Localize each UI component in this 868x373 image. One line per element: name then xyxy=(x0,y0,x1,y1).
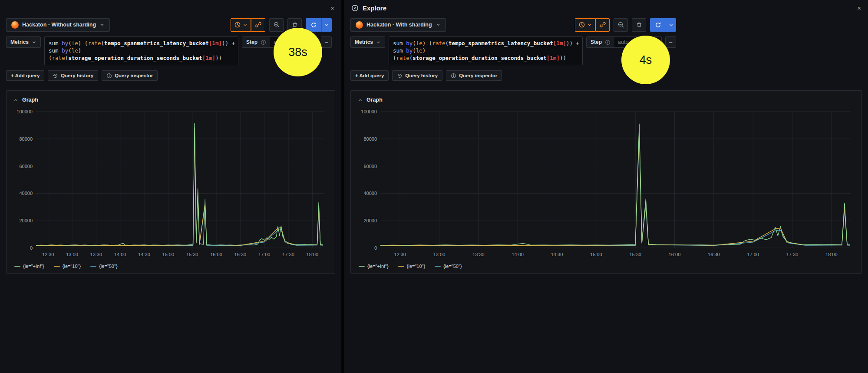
chevron-down-icon xyxy=(99,22,105,27)
metrics-dropdown[interactable]: Metrics xyxy=(350,36,385,48)
svg-text:40000: 40000 xyxy=(19,191,33,196)
toolbar-actions xyxy=(231,18,332,32)
svg-text:16:00: 16:00 xyxy=(669,252,681,257)
sync-times-button[interactable] xyxy=(595,18,610,32)
refresh-icon xyxy=(655,22,661,28)
query-history-label: Query history xyxy=(61,73,93,78)
graph-chart[interactable]: 02000040000600008000010000012:3013:0013:… xyxy=(356,108,856,259)
chevron-down-icon xyxy=(243,23,248,27)
graph-chart[interactable]: 02000040000600008000010000012:3013:0013:… xyxy=(12,108,330,259)
chevron-up-icon xyxy=(13,98,18,102)
duration-annotation-badge: 38s xyxy=(274,28,322,76)
chevron-down-icon xyxy=(32,40,36,45)
add-query-button[interactable]: + Add query xyxy=(6,70,44,81)
datasource-picker[interactable]: Hackaton - Without sharding xyxy=(6,18,110,32)
legend-series-color xyxy=(90,266,96,267)
graph-panel-header[interactable]: Graph xyxy=(12,95,330,108)
chevron-down-icon xyxy=(669,23,673,27)
svg-text:13:00: 13:00 xyxy=(66,252,78,257)
info-icon xyxy=(261,40,266,45)
remove-query-button[interactable]: − xyxy=(665,36,676,48)
run-interval-dropdown[interactable] xyxy=(666,18,676,32)
zoom-out-icon xyxy=(617,21,624,28)
zoom-out-button[interactable] xyxy=(614,18,628,32)
clock-icon xyxy=(578,21,585,28)
svg-text:40000: 40000 xyxy=(363,191,377,196)
svg-text:80000: 80000 xyxy=(363,136,377,142)
run-query-split-button xyxy=(650,18,676,32)
close-icon[interactable]: × xyxy=(330,5,334,11)
info-icon xyxy=(451,73,456,79)
time-sync-group xyxy=(575,18,610,32)
run-interval-dropdown[interactable] xyxy=(321,18,332,32)
remove-query-button[interactable]: − xyxy=(321,36,332,48)
chevron-down-icon xyxy=(376,40,381,45)
query-inspector-button[interactable]: Query inspector xyxy=(446,70,502,81)
legend-series-label: {le="+Inf"} xyxy=(367,264,389,269)
graph-panel-header[interactable]: Graph xyxy=(356,95,856,108)
add-query-label: + Add query xyxy=(11,73,40,78)
step-label: Step xyxy=(246,39,257,45)
explore-pane-left: × Hackaton - Without sharding xyxy=(0,0,341,373)
legend-item[interactable]: {le="10"} xyxy=(398,264,425,269)
time-picker-button[interactable] xyxy=(575,18,595,32)
split-divider[interactable] xyxy=(341,0,344,373)
compass-icon xyxy=(351,4,359,12)
run-query-split-button xyxy=(306,18,332,32)
query-history-button[interactable]: Query history xyxy=(392,70,442,81)
svg-text:18:00: 18:00 xyxy=(825,252,838,257)
svg-text:60000: 60000 xyxy=(19,164,33,169)
datasource-picker[interactable]: Hackaton - With sharding xyxy=(350,18,446,32)
svg-text:17:30: 17:30 xyxy=(786,252,799,257)
svg-text:20000: 20000 xyxy=(363,218,377,223)
legend-series-color xyxy=(398,266,404,267)
close-icon[interactable]: × xyxy=(857,5,861,11)
step-label-section: Step xyxy=(242,37,270,47)
add-query-button[interactable]: + Add query xyxy=(350,70,389,81)
clear-all-button[interactable] xyxy=(632,18,646,32)
query-inspector-label: Query inspector xyxy=(115,73,153,78)
svg-text:15:00: 15:00 xyxy=(590,252,602,257)
metrics-dropdown[interactable]: Metrics xyxy=(6,36,41,48)
legend-series-label: {le="10"} xyxy=(63,264,81,269)
legend-item[interactable]: {le="+Inf"} xyxy=(359,264,389,269)
graph-panel-title: Graph xyxy=(366,97,383,103)
query-editor[interactable]: sum by(le) (rate(tempo_spanmetrics_laten… xyxy=(44,36,238,65)
query-editor[interactable]: sum by(le) (rate(tempo_spanmetrics_laten… xyxy=(389,36,583,65)
query-inspector-button[interactable]: Query inspector xyxy=(102,70,158,81)
zoom-out-button[interactable] xyxy=(269,18,284,32)
chevron-down-icon xyxy=(436,22,441,27)
duration-annotation-text: 4s xyxy=(640,53,652,67)
time-picker-button[interactable] xyxy=(231,18,251,32)
time-sync-group xyxy=(231,18,265,32)
run-query-button[interactable] xyxy=(306,18,321,32)
toolbar-right-pane: Hackaton - With sharding xyxy=(344,16,682,34)
chevron-up-icon xyxy=(358,98,363,102)
svg-text:0: 0 xyxy=(30,245,33,251)
svg-text:16:30: 16:30 xyxy=(234,252,247,257)
query-history-button[interactable]: Query history xyxy=(48,70,98,81)
legend-item[interactable]: {le="10"} xyxy=(54,264,81,269)
legend-series-color xyxy=(435,266,441,267)
pane-header-right: Explore × xyxy=(344,0,868,16)
datasource-label: Hackaton - Without sharding xyxy=(22,22,96,28)
grafana-logo-icon xyxy=(11,21,19,29)
legend-item[interactable]: {le="+Inf"} xyxy=(14,264,44,269)
run-query-button[interactable] xyxy=(650,18,666,32)
sync-times-button[interactable] xyxy=(251,18,265,32)
legend-series-label: {le="10"} xyxy=(407,264,425,269)
legend-item[interactable]: {le="50"} xyxy=(435,264,462,269)
svg-text:100000: 100000 xyxy=(361,109,377,114)
svg-text:12:30: 12:30 xyxy=(42,252,54,257)
grafana-logo-icon xyxy=(356,21,363,29)
legend-item[interactable]: {le="50"} xyxy=(90,264,117,269)
svg-text:17:30: 17:30 xyxy=(282,252,294,257)
history-icon xyxy=(397,73,403,79)
legend-series-label: {le="50"} xyxy=(99,264,117,269)
metrics-label: Metrics xyxy=(355,39,373,45)
link-icon xyxy=(599,21,606,28)
query-inspector-label: Query inspector xyxy=(459,73,497,78)
svg-text:14:00: 14:00 xyxy=(114,252,126,257)
svg-text:14:00: 14:00 xyxy=(512,252,524,257)
legend-series-color xyxy=(359,266,365,267)
